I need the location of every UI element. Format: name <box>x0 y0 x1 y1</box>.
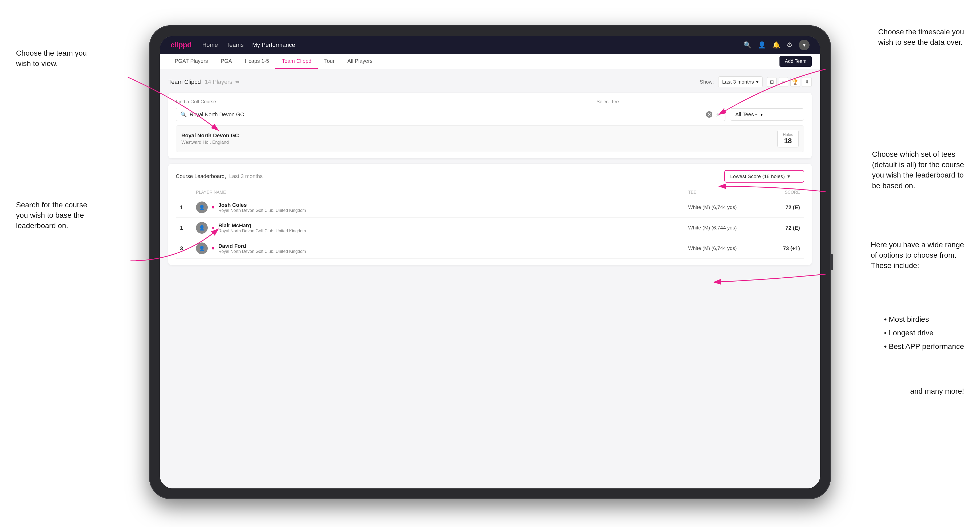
course-info: Royal North Devon GC Westward Ho!, Engla… <box>181 133 777 145</box>
search-card-labels: Find a Golf Course Select Tee <box>176 99 804 105</box>
nav-home[interactable]: Home <box>202 41 218 48</box>
avatar-button[interactable]: ▾ <box>799 40 810 50</box>
heart-icon-2[interactable]: ♥ <box>212 225 215 231</box>
player-club-3: Royal North Devon Golf Club, United King… <box>218 249 306 254</box>
annotation-top-left: Choose the team youwish to view. <box>16 48 87 69</box>
chevron-down-icon: ▾ <box>760 112 763 117</box>
score-2: 72 (E) <box>768 225 800 231</box>
team-count: 14 Players <box>205 78 232 85</box>
course-search-card: Find a Golf Course Select Tee 🔍 ✕ ★ All … <box>168 93 812 158</box>
team-header: Team Clippd 14 Players ✏ Show: Last 3 mo… <box>168 76 812 87</box>
trophy-view-button[interactable]: 🏆 <box>791 77 800 87</box>
grid-view-button[interactable]: ⊞ <box>767 77 776 87</box>
annotation-bottom-left: Search for the courseyou wish to base th… <box>16 200 88 231</box>
tee-2: White (M) (6,744 yds) <box>688 225 768 231</box>
table-row: 1 👤 ♥ Blair McHarg Royal North Devon Gol… <box>176 218 804 238</box>
main-content: Team Clippd 14 Players ✏ Show: Last 3 mo… <box>160 69 820 488</box>
nav-my-performance[interactable]: My Performance <box>252 41 295 48</box>
table-row: 3 👤 ♥ David Ford Royal North Devon Golf … <box>176 238 804 259</box>
leaderboard-subtitle: Last 3 months <box>229 173 263 179</box>
settings-icon[interactable]: ⚙ <box>787 41 792 49</box>
top-nav: clippd Home Teams My Performance 🔍 👤 🔔 ⚙… <box>160 36 820 54</box>
view-icons: ⊞ ≡ 🏆 ⬇ <box>767 77 812 87</box>
tab-hcaps[interactable]: Hcaps 1-5 <box>238 54 275 69</box>
player-details-1: Josh Coles Royal North Devon Golf Club, … <box>218 202 306 213</box>
avatar-3: 👤 <box>196 243 208 254</box>
annotation-top-right: Choose the timescale youwish to see the … <box>878 27 964 48</box>
tab-team-clippd[interactable]: Team Clippd <box>275 54 318 69</box>
tablet-screen: clippd Home Teams My Performance 🔍 👤 🔔 ⚙… <box>160 36 820 488</box>
timescale-dropdown[interactable]: Last 3 months ▾ <box>718 76 763 87</box>
score-type-value: Lowest Score (18 holes) <box>730 173 785 179</box>
col-tee: TEE <box>688 190 768 195</box>
annotation-and-more: and many more! <box>910 386 964 396</box>
player-3: 👤 ♥ David Ford Royal North Devon Golf Cl… <box>196 243 688 254</box>
edit-icon[interactable]: ✏ <box>235 79 240 85</box>
bullet-drive: Longest drive <box>889 329 934 337</box>
search-icon[interactable]: 🔍 <box>743 41 751 49</box>
holes-label: Holes <box>783 132 793 137</box>
find-course-label: Find a Golf Course <box>176 99 383 105</box>
col-player: PLAYER NAME <box>196 190 688 195</box>
people-icon[interactable]: 👤 <box>758 41 766 49</box>
course-result: Royal North Devon GC Westward Ho!, Engla… <box>176 125 804 152</box>
player-name-2: Blair McHarg <box>218 222 306 229</box>
table-row: 1 👤 ♥ Josh Coles Royal North Devon Golf … <box>176 197 804 218</box>
show-label: Show: <box>700 79 714 85</box>
team-title: Team Clippd 14 Players <box>168 78 232 86</box>
leaderboard-table: PLAYER NAME TEE SCORE 1 👤 ♥ Josh Coles R… <box>176 188 804 259</box>
score-type-dropdown[interactable]: Lowest Score (18 holes) ▾ <box>724 170 804 183</box>
chevron-down-icon: ▾ <box>788 173 790 179</box>
player-details-3: David Ford Royal North Devon Golf Club, … <box>218 243 306 254</box>
player-club-2: Royal North Devon Golf Club, United King… <box>218 229 306 233</box>
add-team-button[interactable]: Add Team <box>780 56 812 67</box>
leaderboard-header: Course Leaderboard, Last 3 months Lowest… <box>176 170 804 183</box>
tablet-device: clippd Home Teams My Performance 🔍 👤 🔔 ⚙… <box>149 25 831 499</box>
list-view-button[interactable]: ≡ <box>779 77 788 87</box>
player-1: 👤 ♥ Josh Coles Royal North Devon Golf Cl… <box>196 202 688 213</box>
nav-teams[interactable]: Teams <box>226 41 243 48</box>
annotation-middle-right: Choose which set of tees(default is all)… <box>872 149 964 191</box>
tab-pga[interactable]: PGA <box>215 54 238 69</box>
player-details-2: Blair McHarg Royal North Devon Golf Club… <box>218 222 306 233</box>
tee-3: White (M) (6,744 yds) <box>688 245 768 251</box>
holes-box: Holes 18 <box>777 130 799 148</box>
tee-select[interactable]: All Tees <box>734 111 759 117</box>
heart-icon-1[interactable]: ♥ <box>212 205 215 211</box>
course-name: Royal North Devon GC <box>181 133 777 139</box>
bell-icon[interactable]: 🔔 <box>772 41 780 49</box>
search-icon: 🔍 <box>180 111 187 117</box>
leaderboard-title: Course Leaderboard, Last 3 months <box>176 173 262 179</box>
nav-links: Home Teams My Performance <box>202 41 733 48</box>
score-3: 73 (+1) <box>768 245 800 252</box>
player-2: 👤 ♥ Blair McHarg Royal North Devon Golf … <box>196 222 688 234</box>
tab-tour[interactable]: Tour <box>318 54 341 69</box>
heart-icon-3[interactable]: ♥ <box>212 245 215 252</box>
col-rank <box>180 190 196 195</box>
bullet-birdies: Most birdies <box>889 315 929 323</box>
tab-all-players[interactable]: All Players <box>341 54 379 69</box>
favorite-icon[interactable]: ★ <box>715 111 721 118</box>
logo: clippd <box>170 41 191 49</box>
avatar-1: 👤 <box>196 202 208 213</box>
rank-2: 1 <box>180 225 196 231</box>
course-location: Westward Ho!, England <box>181 140 777 145</box>
annotation-bullets: • Most birdies • Longest drive • Best AP… <box>884 314 964 355</box>
rank-3: 3 <box>180 245 196 252</box>
clear-search-button[interactable]: ✕ <box>706 111 712 117</box>
course-search-input[interactable] <box>189 111 703 117</box>
player-club-1: Royal North Devon Golf Club, United King… <box>218 208 306 213</box>
tablet-side-button <box>831 254 833 270</box>
show-controls: Show: Last 3 months ▾ ⊞ ≡ 🏆 ⬇ <box>700 76 812 87</box>
tab-pgat-players[interactable]: PGAT Players <box>168 54 215 69</box>
rank-1: 1 <box>180 205 196 211</box>
bullet-app: Best APP performance <box>889 342 964 351</box>
chevron-down-icon: ▾ <box>756 79 759 85</box>
download-button[interactable]: ⬇ <box>802 77 812 87</box>
player-name-3: David Ford <box>218 243 306 249</box>
tee-1: White (M) (6,744 yds) <box>688 205 768 210</box>
select-tee-label: Select Tee <box>597 99 804 105</box>
annotation-bottom-right: Here you have a wide rangeof options to … <box>871 240 964 271</box>
avatar-2: 👤 <box>196 222 208 234</box>
timescale-value: Last 3 months <box>722 79 754 85</box>
